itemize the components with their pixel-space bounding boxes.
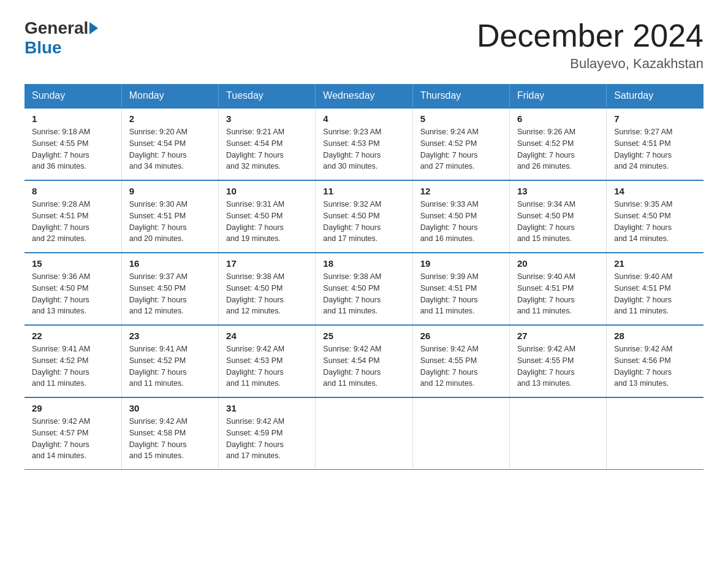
day-number: 9: [129, 186, 211, 196]
day-info: Sunrise: 9:36 AM Sunset: 4:50 PM Dayligh…: [32, 271, 114, 317]
day-cell: 10Sunrise: 9:31 AM Sunset: 4:50 PM Dayli…: [219, 180, 316, 253]
day-number: 31: [226, 403, 308, 413]
day-number: 13: [517, 186, 599, 196]
column-header-tuesday: Tuesday: [219, 84, 316, 108]
day-info: Sunrise: 9:40 AM Sunset: 4:51 PM Dayligh…: [614, 271, 696, 317]
day-number: 20: [517, 258, 599, 269]
day-number: 8: [32, 186, 114, 196]
day-cell: 25Sunrise: 9:42 AM Sunset: 4:54 PM Dayli…: [316, 325, 412, 397]
column-header-monday: Monday: [121, 84, 218, 108]
logo-arrow-icon: [89, 22, 98, 34]
week-row-2: 8Sunrise: 9:28 AM Sunset: 4:51 PM Daylig…: [25, 180, 703, 253]
day-cell: 20Sunrise: 9:40 AM Sunset: 4:51 PM Dayli…: [509, 253, 606, 325]
day-info: Sunrise: 9:42 AM Sunset: 4:57 PM Dayligh…: [32, 416, 114, 462]
day-info: Sunrise: 9:20 AM Sunset: 4:54 PM Dayligh…: [129, 126, 211, 172]
day-info: Sunrise: 9:18 AM Sunset: 4:55 PM Dayligh…: [32, 126, 114, 172]
day-number: 29: [32, 403, 114, 413]
day-info: Sunrise: 9:40 AM Sunset: 4:51 PM Dayligh…: [517, 271, 599, 317]
day-number: 27: [517, 331, 599, 341]
day-cell: 1Sunrise: 9:18 AM Sunset: 4:55 PM Daylig…: [25, 108, 121, 180]
day-info: Sunrise: 9:41 AM Sunset: 4:52 PM Dayligh…: [129, 343, 211, 389]
calendar-subtitle: Bulayevo, Kazakhstan: [477, 56, 703, 72]
day-cell: [412, 397, 509, 470]
logo: General Blue: [25, 18, 98, 58]
week-row-3: 15Sunrise: 9:36 AM Sunset: 4:50 PM Dayli…: [25, 253, 703, 325]
day-info: Sunrise: 9:23 AM Sunset: 4:53 PM Dayligh…: [323, 126, 404, 172]
day-info: Sunrise: 9:41 AM Sunset: 4:52 PM Dayligh…: [32, 343, 114, 389]
day-number: 26: [420, 331, 502, 341]
column-header-friday: Friday: [509, 84, 606, 108]
header-row: SundayMondayTuesdayWednesdayThursdayFrid…: [25, 84, 703, 108]
day-info: Sunrise: 9:34 AM Sunset: 4:50 PM Dayligh…: [517, 199, 599, 245]
day-info: Sunrise: 9:38 AM Sunset: 4:50 PM Dayligh…: [226, 271, 308, 317]
day-number: 10: [226, 186, 308, 196]
day-info: Sunrise: 9:26 AM Sunset: 4:52 PM Dayligh…: [517, 126, 599, 172]
day-cell: [316, 397, 412, 470]
day-info: Sunrise: 9:31 AM Sunset: 4:50 PM Dayligh…: [226, 199, 308, 245]
column-header-saturday: Saturday: [607, 84, 703, 108]
day-cell: [607, 397, 703, 470]
day-info: Sunrise: 9:42 AM Sunset: 4:54 PM Dayligh…: [323, 343, 404, 389]
column-header-sunday: Sunday: [25, 84, 121, 108]
day-number: 7: [614, 113, 696, 124]
day-number: 3: [226, 113, 308, 124]
day-number: 21: [614, 258, 696, 269]
day-info: Sunrise: 9:24 AM Sunset: 4:52 PM Dayligh…: [420, 126, 502, 172]
day-cell: 27Sunrise: 9:42 AM Sunset: 4:55 PM Dayli…: [509, 325, 606, 397]
day-number: 30: [129, 403, 211, 413]
day-cell: 15Sunrise: 9:36 AM Sunset: 4:50 PM Dayli…: [25, 253, 121, 325]
day-info: Sunrise: 9:30 AM Sunset: 4:51 PM Dayligh…: [129, 199, 211, 245]
day-cell: 17Sunrise: 9:38 AM Sunset: 4:50 PM Dayli…: [219, 253, 316, 325]
day-cell: 16Sunrise: 9:37 AM Sunset: 4:50 PM Dayli…: [121, 253, 218, 325]
day-info: Sunrise: 9:35 AM Sunset: 4:50 PM Dayligh…: [614, 199, 696, 245]
day-number: 2: [129, 113, 211, 124]
day-number: 1: [32, 113, 114, 124]
day-number: 5: [420, 113, 502, 124]
day-cell: 7Sunrise: 9:27 AM Sunset: 4:51 PM Daylig…: [607, 108, 703, 180]
day-number: 28: [614, 331, 696, 341]
column-header-wednesday: Wednesday: [316, 84, 412, 108]
logo-blue-text: Blue: [25, 38, 62, 58]
day-info: Sunrise: 9:37 AM Sunset: 4:50 PM Dayligh…: [129, 271, 211, 317]
calendar-title: December 2024: [477, 18, 703, 53]
title-block: December 2024 Bulayevo, Kazakhstan: [477, 18, 703, 72]
day-info: Sunrise: 9:42 AM Sunset: 4:55 PM Dayligh…: [420, 343, 502, 389]
day-number: 11: [323, 186, 404, 196]
day-cell: 14Sunrise: 9:35 AM Sunset: 4:50 PM Dayli…: [607, 180, 703, 253]
week-row-4: 22Sunrise: 9:41 AM Sunset: 4:52 PM Dayli…: [25, 325, 703, 397]
week-row-1: 1Sunrise: 9:18 AM Sunset: 4:55 PM Daylig…: [25, 108, 703, 180]
day-cell: 13Sunrise: 9:34 AM Sunset: 4:50 PM Dayli…: [509, 180, 606, 253]
day-info: Sunrise: 9:21 AM Sunset: 4:54 PM Dayligh…: [226, 126, 308, 172]
day-number: 18: [323, 258, 404, 269]
day-number: 16: [129, 258, 211, 269]
page-header: General Blue December 2024 Bulayevo, Kaz…: [25, 18, 703, 72]
day-cell: 11Sunrise: 9:32 AM Sunset: 4:50 PM Dayli…: [316, 180, 412, 253]
logo-general-text: General: [25, 18, 88, 38]
day-number: 19: [420, 258, 502, 269]
day-cell: 22Sunrise: 9:41 AM Sunset: 4:52 PM Dayli…: [25, 325, 121, 397]
column-header-thursday: Thursday: [412, 84, 509, 108]
day-cell: 9Sunrise: 9:30 AM Sunset: 4:51 PM Daylig…: [121, 180, 218, 253]
day-number: 24: [226, 331, 308, 341]
week-row-5: 29Sunrise: 9:42 AM Sunset: 4:57 PM Dayli…: [25, 397, 703, 470]
day-info: Sunrise: 9:42 AM Sunset: 4:59 PM Dayligh…: [226, 416, 308, 462]
day-cell: 29Sunrise: 9:42 AM Sunset: 4:57 PM Dayli…: [25, 397, 121, 470]
day-number: 15: [32, 258, 114, 269]
day-cell: 18Sunrise: 9:38 AM Sunset: 4:50 PM Dayli…: [316, 253, 412, 325]
day-number: 17: [226, 258, 308, 269]
day-number: 4: [323, 113, 404, 124]
day-info: Sunrise: 9:33 AM Sunset: 4:50 PM Dayligh…: [420, 199, 502, 245]
day-info: Sunrise: 9:38 AM Sunset: 4:50 PM Dayligh…: [323, 271, 404, 317]
day-cell: 21Sunrise: 9:40 AM Sunset: 4:51 PM Dayli…: [607, 253, 703, 325]
day-cell: 5Sunrise: 9:24 AM Sunset: 4:52 PM Daylig…: [412, 108, 509, 180]
day-cell: 26Sunrise: 9:42 AM Sunset: 4:55 PM Dayli…: [412, 325, 509, 397]
day-cell: 31Sunrise: 9:42 AM Sunset: 4:59 PM Dayli…: [219, 397, 316, 470]
day-cell: 23Sunrise: 9:41 AM Sunset: 4:52 PM Dayli…: [121, 325, 218, 397]
day-cell: 3Sunrise: 9:21 AM Sunset: 4:54 PM Daylig…: [219, 108, 316, 180]
day-cell: 4Sunrise: 9:23 AM Sunset: 4:53 PM Daylig…: [316, 108, 412, 180]
day-cell: 2Sunrise: 9:20 AM Sunset: 4:54 PM Daylig…: [121, 108, 218, 180]
day-cell: 8Sunrise: 9:28 AM Sunset: 4:51 PM Daylig…: [25, 180, 121, 253]
day-cell: 6Sunrise: 9:26 AM Sunset: 4:52 PM Daylig…: [509, 108, 606, 180]
day-info: Sunrise: 9:27 AM Sunset: 4:51 PM Dayligh…: [614, 126, 696, 172]
day-info: Sunrise: 9:32 AM Sunset: 4:50 PM Dayligh…: [323, 199, 404, 245]
